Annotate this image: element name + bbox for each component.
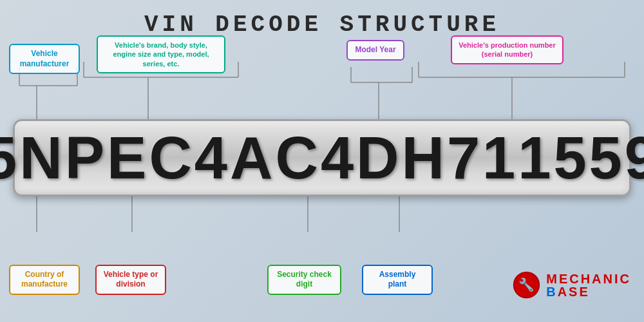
vin-plate: 5NPEC4AC4DH711559 — [13, 119, 631, 196]
label-country: Country of manufacture — [9, 265, 80, 295]
label-vehicle-type: Vehicle type or division — [95, 265, 166, 295]
brand-name-b: B — [546, 285, 557, 299]
label-security: Security check digit — [267, 265, 341, 295]
label-manufacturer: Vehicle manufacturer — [9, 44, 80, 74]
vin-number: 5NPEC4AC4DH711559 — [0, 124, 644, 192]
label-model-year: Model Year — [346, 40, 404, 61]
brand-name-ase: ASE — [558, 285, 590, 299]
svg-text:🔧: 🔧 — [518, 277, 535, 292]
label-vehicle-desc: Vehicle's brand, body style, engine size… — [97, 35, 225, 73]
title: VIN DECODE STRUCTURE — [0, 0, 644, 38]
mechanic-icon: 🔧 — [512, 270, 541, 299]
label-production: Vehicle's production number (serial numb… — [451, 35, 564, 64]
label-assembly: Assembly plant — [362, 265, 433, 295]
brand-name-mechanic: MECHANIC — [546, 272, 631, 286]
brand-logo: 🔧 MECHANIC BASE — [512, 270, 631, 299]
brand-name: MECHANIC BASE — [546, 272, 631, 298]
